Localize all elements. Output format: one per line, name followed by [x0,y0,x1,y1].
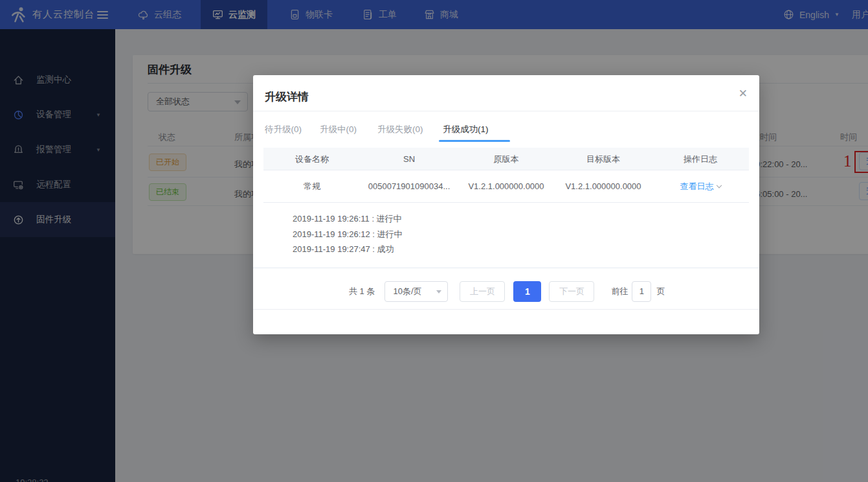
table-header-row: 设备名称 SN 原版本 目标版本 操作日志 [263,148,749,170]
page-size-select[interactable]: 10条/页 [384,281,448,302]
target-version-cell: V1.2.1.000000.0000 [555,170,652,202]
col-sn: SN [361,148,458,170]
upgrade-detail-modal: 升级详情 ✕ 待升级(0) 升级中(0) 升级失败(0) 升级成功(1) 设备名… [253,75,759,334]
view-log-link[interactable]: 查看日志 [680,181,714,191]
upgrade-tabs: 待升级(0) 升级中(0) 升级失败(0) 升级成功(1) [265,118,489,141]
table-row: 常规 0050071901090034... V1.2.1.000000.000… [263,170,749,203]
modal-device-table: 设备名称 SN 原版本 目标版本 操作日志 常规 005007190109003… [263,148,749,203]
col-original-version: 原版本 [458,148,555,170]
chevron-down-icon [436,290,441,293]
log-entry: 2019-11-19 19:26:12 : 进行中 [293,227,403,242]
divider [253,268,759,268]
prev-page-button[interactable]: 上一页 [460,281,505,302]
total-count-label: 共 1 条 [349,286,375,297]
tab-pending[interactable]: 待升级(0) [265,124,320,135]
col-target-version: 目标版本 [555,148,652,170]
tab-failed[interactable]: 升级失败(0) [377,124,443,135]
pagination: 共 1 条 10条/页 上一页 1 下一页 前往 1 页 [349,281,665,302]
page-size-value: 10条/页 [393,286,421,297]
active-tab-underline [439,140,510,142]
col-operation-log: 操作日志 [652,148,749,170]
tab-upgrading[interactable]: 升级中(0) [320,124,377,135]
log-entry: 2019-11-19 19:27:47 : 成功 [293,242,403,257]
divider [253,111,759,111]
device-name-cell: 常规 [263,170,361,202]
next-page-button[interactable]: 下一页 [549,281,594,302]
original-version-cell: V1.2.1.000000.0000 [458,170,555,202]
tab-success[interactable]: 升级成功(1) [443,124,489,135]
view-log-cell: 查看日志 [652,170,749,202]
chevron-down-icon [716,183,721,188]
page-number-button[interactable]: 1 [513,281,541,302]
goto-page-label: 前往 [611,286,628,297]
goto-page-unit: 页 [656,286,665,297]
modal-title: 升级详情 [265,89,309,104]
col-device-name: 设备名称 [263,148,361,170]
log-entry: 2019-11-19 19:26:11 : 进行中 [293,211,403,227]
goto-page-input[interactable]: 1 [632,281,651,302]
divider [253,309,759,310]
close-icon[interactable]: ✕ [739,87,748,100]
operation-log-list: 2019-11-19 19:26:11 : 进行中 2019-11-19 19:… [293,211,403,257]
sn-cell: 0050071901090034... [361,170,458,202]
